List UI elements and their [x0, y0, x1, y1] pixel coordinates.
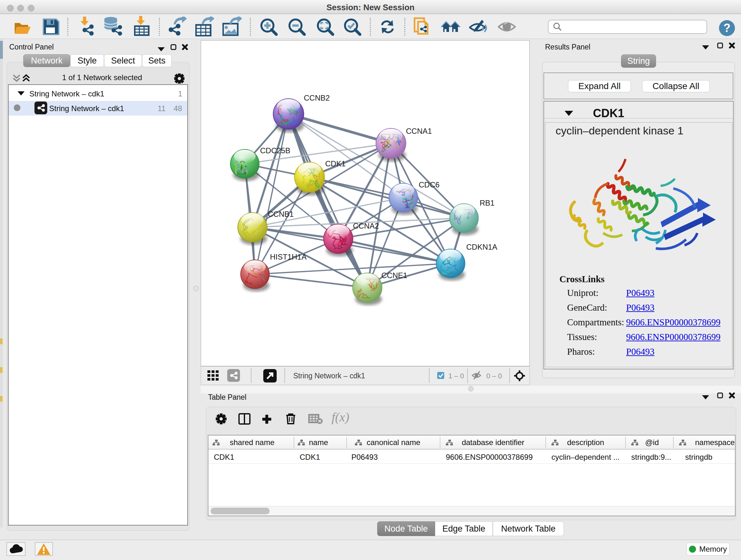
svg-text:RB1: RB1 [480, 199, 495, 207]
svg-text:CCNA1: CCNA1 [406, 127, 432, 135]
svg-text:CCNA2: CCNA2 [353, 222, 379, 230]
svg-text:CDKN1A: CDKN1A [466, 243, 497, 251]
svg-text:CDC25B: CDC25B [260, 146, 290, 155]
svg-text:CDC6: CDC6 [419, 180, 440, 189]
svg-text:?: ? [724, 21, 731, 35]
svg-text:CCNB2: CCNB2 [304, 94, 330, 102]
svg-text:CCNB1: CCNB1 [268, 210, 293, 219]
svg-text:HIST1H1A: HIST1H1A [270, 253, 307, 261]
svg-text:CDK1: CDK1 [325, 159, 346, 168]
svg-text:CCNE1: CCNE1 [381, 271, 407, 280]
